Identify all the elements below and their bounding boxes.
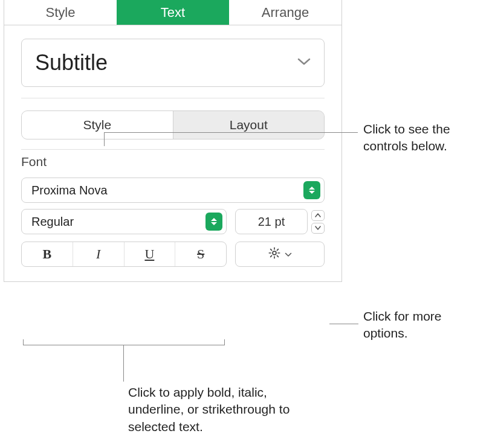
more-options-button[interactable] [235, 242, 325, 267]
callout-line [104, 132, 358, 133]
svg-line-8 [277, 249, 278, 251]
font-size-value: 21 pt [258, 215, 285, 229]
text-format-group: B I U S [21, 242, 227, 267]
chevron-down-icon [297, 57, 311, 68]
chevron-down-icon [285, 249, 292, 260]
text-subtabs-row: Style Layout [4, 98, 341, 149]
font-heading: Font [21, 155, 325, 169]
tab-arrange[interactable]: Arrange [229, 0, 341, 25]
callout-bracket [23, 339, 225, 345]
subtab-layout[interactable]: Layout [173, 111, 325, 139]
svg-line-6 [277, 255, 278, 257]
callout-text: Click to see the controls below. [363, 122, 450, 153]
svg-line-7 [271, 255, 272, 257]
strikethrough-button[interactable]: S [175, 242, 226, 266]
svg-point-0 [273, 251, 276, 255]
tab-style-label: Style [46, 5, 76, 21]
callout-line [123, 345, 124, 382]
callout-format-buttons: Click to apply bold, italic, underline, … [128, 384, 315, 435]
callout-style-tab: Click to see the controls below. [363, 121, 490, 155]
inspector-panel: Style Text Arrange Subtitle Style Layout [4, 0, 342, 282]
font-family-dropdown[interactable]: Proxima Nova [21, 178, 325, 203]
bold-glyph: B [43, 246, 52, 262]
callout-text: Click to apply bold, italic, underline, … [128, 385, 290, 434]
font-size-stepper [311, 210, 325, 234]
paragraph-style-dropdown[interactable]: Subtitle [21, 39, 325, 87]
tab-text[interactable]: Text [117, 0, 229, 25]
font-section: Font Proxima Nova Regular 21 pt [4, 150, 341, 281]
italic-button[interactable]: I [73, 242, 125, 266]
underline-button[interactable]: U [125, 242, 176, 266]
paragraph-style-label: Subtitle [35, 50, 108, 75]
paragraph-style-section: Subtitle [4, 25, 341, 98]
bold-button[interactable]: B [22, 242, 73, 266]
svg-line-5 [271, 249, 272, 251]
callout-line [329, 324, 358, 324]
popup-arrows-icon [303, 181, 320, 199]
font-size-field: 21 pt [235, 209, 325, 234]
font-family-label: Proxima Nova [31, 184, 108, 197]
subtab-style-label: Style [83, 118, 111, 132]
tab-arrange-label: Arrange [262, 5, 309, 21]
format-tabs: Style Text Arrange [4, 0, 341, 25]
tab-text-label: Text [161, 5, 185, 21]
font-size-step-down[interactable] [311, 223, 325, 234]
subtab-layout-label: Layout [230, 118, 268, 132]
gear-icon [268, 246, 281, 262]
font-size-step-up[interactable] [311, 210, 325, 221]
subtab-style[interactable]: Style [22, 111, 173, 139]
underline-glyph: U [144, 246, 154, 262]
font-weight-dropdown[interactable]: Regular [21, 209, 227, 234]
text-subtabs: Style Layout [21, 110, 325, 139]
italic-glyph: I [96, 246, 100, 262]
font-weight-label: Regular [31, 215, 74, 229]
callout-text: Click for more options. [363, 309, 442, 340]
callout-line [104, 132, 105, 146]
font-size-input[interactable]: 21 pt [235, 209, 308, 234]
popup-arrows-icon [205, 213, 222, 231]
tab-style[interactable]: Style [4, 0, 117, 25]
callout-more-options: Click for more options. [363, 308, 484, 342]
strike-glyph: S [197, 246, 204, 262]
